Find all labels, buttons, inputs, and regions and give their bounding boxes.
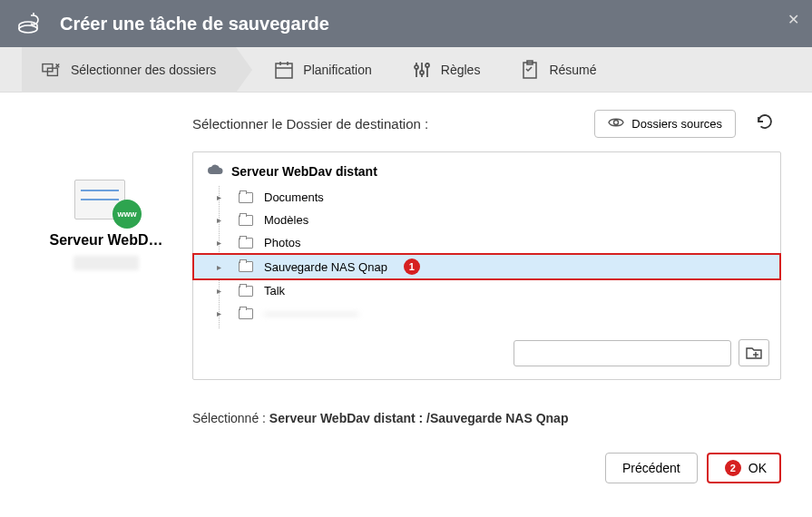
select-destination-label: Sélectionner le Dossier de destination : xyxy=(192,116,428,132)
sliders-icon xyxy=(412,60,432,80)
svg-point-11 xyxy=(420,71,424,74)
folders-icon xyxy=(42,60,62,80)
server-subtitle-blurred xyxy=(73,256,139,270)
svg-point-15 xyxy=(614,121,619,125)
create-folder-button[interactable] xyxy=(739,339,769,366)
cloud-icon xyxy=(206,163,224,179)
server-name: Serveur WebD… xyxy=(31,232,181,249)
svg-point-0 xyxy=(19,25,37,33)
folder-label: Talk xyxy=(264,284,285,298)
backup-header-icon xyxy=(15,9,44,38)
close-icon[interactable]: ✕ xyxy=(788,11,799,28)
folder-icon xyxy=(239,286,253,297)
step-label: Règles xyxy=(441,63,481,77)
dialog-title: Créer une tâche de sauvegarde xyxy=(60,14,329,34)
tree-root-label: Serveur WebDav distant xyxy=(231,164,377,179)
folder-label: Sauvegarde NAS Qnap xyxy=(264,260,387,274)
destination-server-panel: www Serveur WebD… xyxy=(31,109,181,425)
tree-item-blurred[interactable]: ▸———————— xyxy=(193,302,780,325)
button-label: OK xyxy=(748,461,767,475)
step-select-folders[interactable]: Sélectionner des dossiers xyxy=(22,47,236,93)
folder-label: Modèles xyxy=(264,213,308,227)
tree-root[interactable]: Serveur WebDav distant xyxy=(193,152,780,186)
annotation-badge-2: 2 xyxy=(725,460,741,476)
globe-icon: www xyxy=(113,200,142,229)
source-folders-button[interactable]: Dossiers sources xyxy=(594,110,736,138)
folder-label: Photos xyxy=(264,236,300,249)
tree-item-talk[interactable]: ▸Talk xyxy=(193,279,780,302)
step-label: Résumé xyxy=(549,63,596,77)
selected-path-row: Sélectionné : Serveur WebDav distant : /… xyxy=(192,411,781,425)
dialog-header: Créer une tâche de sauvegarde ✕ xyxy=(0,0,812,47)
step-rules[interactable]: Règles xyxy=(392,47,501,93)
ok-button[interactable]: 2 OK xyxy=(707,453,781,483)
tree-item-modeles[interactable]: ▸Modèles xyxy=(193,209,780,231)
tree-item-sauvegarde[interactable]: ▸Sauvegarde NAS Qnap1 xyxy=(193,254,780,279)
step-label: Planification xyxy=(303,63,372,77)
new-folder-input[interactable] xyxy=(514,340,731,366)
wizard-steps: Sélectionner des dossiers Planification … xyxy=(0,47,812,93)
checklist-icon xyxy=(520,60,540,80)
annotation-badge-1: 1 xyxy=(404,258,420,275)
folder-icon xyxy=(239,215,253,226)
chevron-right-icon: ▸ xyxy=(217,192,226,202)
selected-path: Serveur WebDav distant : /Sauvegarde NAS… xyxy=(269,411,569,425)
chevron-right-icon: ▸ xyxy=(217,308,226,318)
previous-button[interactable]: Précédent xyxy=(605,453,698,483)
calendar-icon xyxy=(274,60,294,80)
chevron-right-icon: ▸ xyxy=(217,262,226,272)
chevron-right-icon: ▸ xyxy=(217,238,226,248)
folder-tree: Serveur WebDav distant ▸Documents ▸Modèl… xyxy=(192,151,781,380)
folder-icon xyxy=(239,192,253,203)
step-schedule[interactable]: Planification xyxy=(254,47,392,93)
svg-point-12 xyxy=(426,63,429,67)
step-label: Sélectionner des dossiers xyxy=(71,63,216,77)
folder-label: ———————— xyxy=(264,307,358,320)
step-summary[interactable]: Résumé xyxy=(500,47,616,93)
chevron-right-icon: ▸ xyxy=(217,215,226,225)
svg-point-10 xyxy=(415,65,418,69)
svg-rect-3 xyxy=(276,63,292,78)
button-label: Dossiers sources xyxy=(631,117,722,131)
refresh-icon[interactable] xyxy=(748,109,781,139)
tree-item-photos[interactable]: ▸Photos xyxy=(193,231,780,254)
dialog-footer: Précédent 2 OK xyxy=(0,436,812,483)
folder-icon xyxy=(239,308,253,319)
folder-icon xyxy=(239,261,253,272)
webdav-server-icon: www xyxy=(74,180,138,223)
folder-label: Documents xyxy=(264,190,324,204)
selected-prefix: Sélectionné : xyxy=(192,411,269,425)
tree-item-documents[interactable]: ▸Documents xyxy=(193,186,780,209)
eye-icon xyxy=(608,117,624,131)
chevron-right-icon: ▸ xyxy=(217,286,226,296)
folder-icon xyxy=(239,238,253,249)
